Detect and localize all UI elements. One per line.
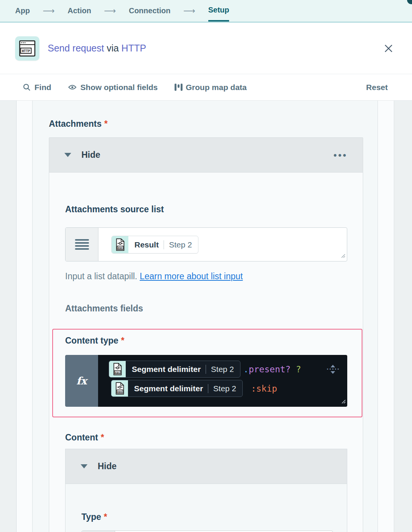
edi-document-icon: EDI <box>111 380 128 397</box>
svg-text:EDI: EDI <box>118 247 122 250</box>
datapill-segment-delimiter[interactable]: EDI Segment delimiter Step 2 <box>111 380 243 397</box>
type-label: Type* <box>81 512 347 522</box>
svg-text:HTTP: HTTP <box>22 49 30 53</box>
content-type-formula-input[interactable]: fx <box>65 355 347 407</box>
edi-document-icon: EDI <box>109 361 126 377</box>
group-map-data-icon <box>175 84 183 91</box>
close-icon[interactable] <box>383 43 394 54</box>
title-app-link[interactable]: HTTP <box>122 43 146 53</box>
chevron-down-icon <box>81 464 87 468</box>
attachments-fields-heading: Attachments fields <box>65 303 363 314</box>
title-action-link[interactable]: Send request <box>48 43 104 53</box>
datapill-segment-delimiter[interactable]: EDI Segment delimiter Step 2 <box>109 361 240 378</box>
attachments-source-list-input[interactable]: EDI Result Step 2 <box>65 227 347 261</box>
attachments-group: Hide ••• Attachments source list <box>49 137 363 532</box>
eye-icon <box>68 84 77 90</box>
show-optional-fields-button[interactable]: Show optional fields <box>68 83 158 92</box>
setup-progress-bar: App ⟶ Action ⟶ Connection ⟶ Setup <box>0 0 412 23</box>
content-label: Content* <box>65 432 363 443</box>
list-handle-icon <box>66 228 98 261</box>
resize-handle-icon[interactable] <box>340 252 345 260</box>
search-icon <box>23 83 31 92</box>
content-group: Hide Type* ABC <box>65 449 347 532</box>
http-browser-icon: HTTP <box>19 40 36 57</box>
content-hide-toggle[interactable]: Hide <box>66 449 347 484</box>
svg-text:EDI: EDI <box>117 390 122 394</box>
form-card: Attachments* Hide ••• Attachments source… <box>16 101 394 532</box>
attachments-source-list-label: Attachments source list <box>65 204 363 215</box>
find-button[interactable]: Find <box>23 83 51 92</box>
required-asterisk: * <box>104 512 107 522</box>
arrow-right-icon: ⟶ <box>104 0 116 22</box>
breadcrumb-app[interactable]: App <box>15 0 30 22</box>
form-body: Attachments* Hide ••• Attachments source… <box>0 101 412 532</box>
edi-document-icon: EDI <box>112 236 128 253</box>
breadcrumb-action[interactable]: Action <box>67 0 91 22</box>
form-panel: Attachments* Hide ••• Attachments source… <box>32 101 378 532</box>
reset-button[interactable]: Reset <box>366 83 388 92</box>
learn-more-link[interactable]: Learn more about list input <box>140 271 243 281</box>
required-asterisk: * <box>104 119 108 129</box>
svg-text:EDI: EDI <box>115 371 120 374</box>
page-title: Send request via HTTP <box>48 43 146 54</box>
field-toolbar: Find Show optional fields Group map data… <box>0 74 412 101</box>
breadcrumb-setup-active[interactable]: Setup <box>208 0 229 22</box>
expand-collapse-handle-icon[interactable]: ••••• <box>326 365 340 374</box>
source-list-help: Input a list datapill. Learn more about … <box>65 271 363 282</box>
breadcrumb-connection[interactable]: Connection <box>129 0 170 22</box>
ellipsis-menu-icon[interactable]: ••• <box>334 150 348 160</box>
chevron-down-icon <box>64 153 71 157</box>
formula-fx-icon: fx <box>65 355 98 407</box>
datapill-result[interactable]: EDI Result Step 2 <box>111 236 198 254</box>
attachments-hide-toggle[interactable]: Hide ••• <box>49 138 363 173</box>
action-header: HTTP Send request via HTTP <box>0 23 412 74</box>
formula-editor[interactable]: EDI Segment delimiter Step 2 .present? ? <box>98 355 347 407</box>
formula-tokens: :skip <box>246 384 277 394</box>
type-input-row[interactable]: ABC <box>81 530 333 532</box>
required-asterisk: * <box>121 336 125 345</box>
required-asterisk: * <box>101 432 104 442</box>
formula-tokens: .present? ? <box>243 364 301 374</box>
attachments-label: Attachments* <box>49 119 378 129</box>
group-map-data-button[interactable]: Group map data <box>175 83 247 92</box>
arrow-right-icon: ⟶ <box>183 0 195 22</box>
arrow-right-icon: ⟶ <box>43 0 55 22</box>
content-type-label: Content type* <box>65 336 362 346</box>
http-app-icon: HTTP <box>15 36 39 61</box>
corner-decoration <box>407 0 412 4</box>
content-type-highlight: Content type* fx <box>52 329 362 417</box>
resize-handle-icon[interactable] <box>340 398 346 405</box>
